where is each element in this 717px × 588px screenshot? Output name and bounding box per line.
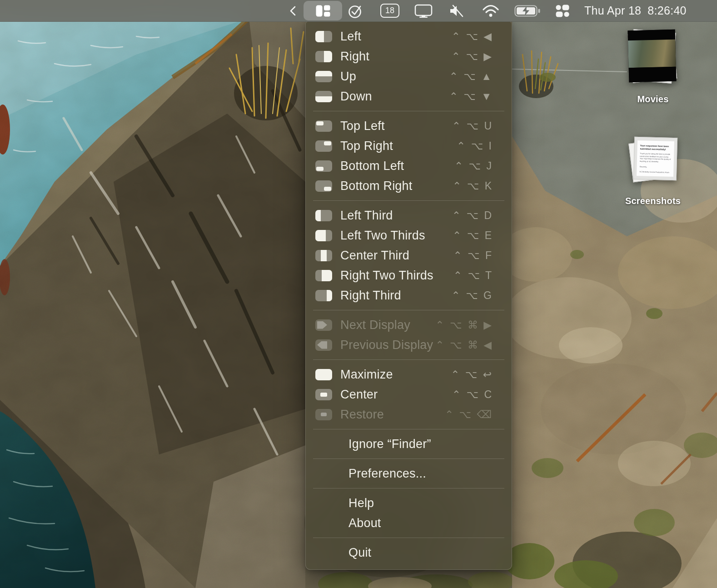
menu-item-center-third[interactable]: Center Third ⌃ ⌥ F bbox=[306, 245, 512, 265]
menubar-clock[interactable]: Thu Apr 18 8:26:40 bbox=[584, 0, 687, 21]
menu-item-quit[interactable]: Quit bbox=[306, 543, 512, 563]
menu-item-down[interactable]: Down ⌃ ⌥ ▼ bbox=[306, 86, 512, 106]
rectangle-menu-extra[interactable] bbox=[304, 1, 342, 20]
top-half-icon bbox=[315, 71, 332, 82]
calendar-date-icon[interactable]: 18 bbox=[380, 0, 400, 21]
bottom-left-quarter-icon bbox=[315, 160, 332, 172]
desktop-label-screenshots[interactable]: Screenshots bbox=[614, 196, 692, 206]
menu-item-about[interactable]: About bbox=[306, 513, 512, 533]
menu-item-left-third[interactable]: Left Third ⌃ ⌥ D bbox=[306, 205, 512, 225]
menu-item-right-two-thirds[interactable]: Right Two Thirds ⌃ ⌥ T bbox=[306, 265, 512, 285]
menu-item-top-left[interactable]: Top Left ⌃ ⌥ U bbox=[306, 116, 512, 136]
right-third-icon bbox=[315, 290, 332, 301]
menu-item-right[interactable]: Right ⌃ ⌥ ▶ bbox=[306, 46, 512, 66]
screenshot-thumbnail: Your responses have been submitted succe… bbox=[633, 137, 677, 180]
movie-thumbnail bbox=[628, 30, 677, 83]
previous-display-icon bbox=[315, 339, 332, 351]
muted-volume-icon[interactable] bbox=[448, 0, 466, 21]
maximize-icon bbox=[315, 369, 332, 380]
desktop-stack-screenshots[interactable]: Your responses have been submitted succe… bbox=[634, 137, 678, 181]
menu-item-preferences[interactable]: Preferences... bbox=[306, 463, 512, 483]
menu-separator bbox=[313, 111, 504, 111]
top-right-quarter-icon bbox=[315, 140, 332, 152]
rectangle-dropdown-menu: Left ⌃ ⌥ ◀ Right ⌃ ⌥ ▶ Up ⌃ ⌥ ▲ Down ⌃ ⌥… bbox=[305, 21, 512, 570]
screenshot-preview-heading: Your responses have been submitted succe… bbox=[640, 144, 671, 151]
screenshot-preview-signoff: Sincerely, bbox=[639, 166, 671, 169]
menu-item-bottom-left[interactable]: Bottom Left ⌃ ⌥ J bbox=[306, 156, 512, 176]
menu-separator bbox=[313, 488, 504, 488]
menu-item-previous-display: Previous Display ⌃ ⌥ ⌘ ◀ bbox=[306, 335, 512, 355]
center-icon bbox=[315, 389, 332, 400]
menubar-date: Thu Apr 18 bbox=[584, 4, 641, 17]
bottom-half-icon bbox=[315, 91, 332, 102]
battery-charging-icon[interactable] bbox=[513, 0, 542, 21]
left-two-thirds-icon bbox=[315, 230, 332, 241]
center-third-icon bbox=[315, 250, 332, 261]
menubar-chevron-icon[interactable] bbox=[286, 0, 300, 21]
menu-separator bbox=[313, 429, 504, 429]
menu-item-ignore-finder[interactable]: Ignore “Finder” bbox=[306, 434, 512, 454]
menu-item-top-right[interactable]: Top Right ⌃ ⌥ I bbox=[306, 136, 512, 156]
menu-item-next-display: Next Display ⌃ ⌥ ⌘ ▶ bbox=[306, 315, 512, 335]
desktop-stack-movies[interactable] bbox=[628, 28, 677, 85]
menu-item-center[interactable]: Center ⌃ ⌥ C bbox=[306, 384, 512, 404]
top-left-quarter-icon bbox=[315, 120, 332, 132]
rectangle-app-icon bbox=[315, 5, 331, 17]
control-center-icon[interactable] bbox=[553, 0, 572, 21]
menu-item-bottom-right[interactable]: Bottom Right ⌃ ⌥ K bbox=[306, 176, 512, 196]
menu-item-help[interactable]: Help bbox=[306, 493, 512, 513]
calendar-day: 18 bbox=[385, 6, 394, 15]
bottom-right-quarter-icon bbox=[315, 180, 332, 192]
menu-separator bbox=[313, 359, 504, 360]
left-third-icon bbox=[315, 210, 332, 221]
restore-icon bbox=[315, 409, 332, 420]
menu-separator bbox=[313, 458, 504, 459]
next-display-icon bbox=[315, 319, 332, 331]
menu-bar: 18 bbox=[0, 0, 717, 22]
menu-item-left[interactable]: Left ⌃ ⌥ ◀ bbox=[306, 26, 512, 46]
menu-separator bbox=[313, 538, 504, 538]
wifi-icon[interactable] bbox=[481, 0, 501, 21]
screenshot-preview-signature: UC Berkeley Course Evaluations Team bbox=[639, 171, 671, 174]
left-half-icon bbox=[315, 31, 332, 42]
check-circle-icon[interactable] bbox=[346, 0, 365, 21]
menu-item-right-third[interactable]: Right Third ⌃ ⌥ G bbox=[306, 285, 512, 305]
right-two-thirds-icon bbox=[315, 270, 332, 281]
menu-item-left-two-thirds[interactable]: Left Two Thirds ⌃ ⌥ E bbox=[306, 225, 512, 245]
menubar-time: 8:26:40 bbox=[647, 4, 687, 17]
menu-item-up[interactable]: Up ⌃ ⌥ ▲ bbox=[306, 66, 512, 86]
menu-item-maximize[interactable]: Maximize ⌃ ⌥ ↩ bbox=[306, 364, 512, 384]
menu-separator bbox=[313, 310, 504, 310]
display-icon[interactable] bbox=[413, 0, 433, 21]
desktop-label-movies[interactable]: Movies bbox=[623, 94, 683, 105]
menu-separator bbox=[313, 200, 504, 201]
screenshot-preview-body: Thank you for taking the time to provide… bbox=[640, 153, 672, 164]
menu-item-restore: Restore ⌃ ⌥ ⌫ bbox=[306, 404, 512, 424]
right-half-icon bbox=[315, 51, 332, 62]
